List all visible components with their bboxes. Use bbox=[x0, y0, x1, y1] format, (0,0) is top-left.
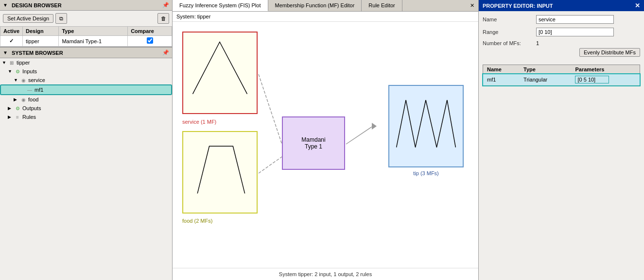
design-type: Mamdani Type-1 bbox=[59, 36, 128, 47]
mf-col-params: Parameters bbox=[571, 65, 640, 74]
range-input[interactable] bbox=[536, 28, 614, 36]
design-table: Active Design Type Compare ✓ tipper Mamd… bbox=[0, 26, 172, 47]
system-browser-title: SYSTEM BROWSER bbox=[12, 50, 63, 56]
tipper-label: tipper bbox=[17, 60, 30, 66]
right-panel: PROPERTY EDITOR: INPUT ✕ Name Range Numb… bbox=[479, 0, 644, 280]
svg-line-1 bbox=[259, 157, 282, 173]
mf-table-container: Name Type Parameters mf1 Triangular bbox=[483, 65, 640, 86]
svg-line-0 bbox=[259, 74, 282, 144]
service-box[interactable] bbox=[182, 32, 258, 114]
property-editor-title: PROPERTY EDITOR: INPUT bbox=[483, 3, 553, 9]
design-browser-header: ▼ DESIGN BROWSER 📌 bbox=[0, 0, 172, 11]
col-compare: Compare bbox=[128, 27, 172, 36]
service-node-icon: ◉ bbox=[20, 77, 27, 83]
svg-marker-3 bbox=[372, 123, 377, 130]
service-expand-icon: ▼ bbox=[14, 78, 18, 82]
left-panel: ▼ DESIGN BROWSER 📌 Set Active Design ⧉ 🗑… bbox=[0, 0, 173, 280]
mf-table: Name Type Parameters mf1 Triangular bbox=[483, 65, 640, 85]
design-browser-collapse-arrow[interactable]: ▼ bbox=[3, 2, 8, 8]
svg-line-2 bbox=[346, 126, 373, 144]
mf1-label: mf1 bbox=[35, 87, 43, 93]
property-editor-close[interactable]: ✕ bbox=[635, 2, 640, 9]
fis-plot: service (1 MF) food (2 MFs) Mamdani Type… bbox=[173, 22, 478, 280]
tree-item-rules[interactable]: ▶ ≡ Rules bbox=[0, 113, 172, 121]
tree-item-service[interactable]: ▼ ◉ service bbox=[0, 76, 172, 84]
system-browser-pin-icon[interactable]: 📌 bbox=[162, 49, 169, 56]
food-box-label: food (2 MFs) bbox=[182, 218, 212, 224]
col-design: Design bbox=[23, 27, 59, 36]
tab-mf-editor[interactable]: Membership Function (MF) Editor bbox=[268, 0, 362, 11]
center-panel: Fuzzy Inference System (FIS) Plot Member… bbox=[173, 0, 479, 280]
num-mfs-value: 1 bbox=[536, 40, 640, 46]
inputs-icon: ⚙ bbox=[14, 68, 21, 75]
tab-rule-editor[interactable]: Rule Editor bbox=[362, 0, 402, 11]
property-editor-header: PROPERTY EDITOR: INPUT ✕ bbox=[479, 0, 644, 11]
mf-type-cell: Triangular bbox=[520, 74, 571, 85]
tab-fis-plot[interactable]: Fuzzy Inference System (FIS) Plot bbox=[173, 0, 268, 11]
food-node-icon: ◉ bbox=[20, 96, 27, 103]
property-editor-body: Name Range Number of MFs: 1 Evenly Distr… bbox=[479, 11, 644, 280]
fis-status: System tipper: 2 input, 1 output, 2 rule… bbox=[173, 268, 478, 280]
tab-bar-close[interactable]: ✕ bbox=[466, 0, 478, 11]
active-check: ✓ bbox=[0, 36, 23, 47]
tip-box[interactable] bbox=[388, 85, 464, 167]
food-expand-icon: ▶ bbox=[14, 97, 18, 102]
tabs-container: Fuzzy Inference System (FIS) Plot Member… bbox=[173, 0, 402, 11]
mf-params-cell[interactable] bbox=[571, 74, 640, 85]
tree-item-mf1[interactable]: — mf1 bbox=[0, 84, 172, 95]
mf-params-input[interactable] bbox=[575, 76, 609, 83]
design-browser-pin-icon[interactable]: 📌 bbox=[162, 2, 169, 8]
mf-name-cell: mf1 bbox=[483, 74, 520, 85]
design-toolbar: Set Active Design ⧉ 🗑 bbox=[0, 11, 172, 26]
mamdani-box[interactable]: Mamdani Type 1 bbox=[282, 116, 345, 170]
rules-expand-icon: ▶ bbox=[8, 115, 13, 119]
mf1-icon: — bbox=[26, 86, 33, 93]
system-browser: ▼ SYSTEM BROWSER 📌 ▼ ⊞ tipper ▼ ⚙ Inputs… bbox=[0, 48, 172, 280]
num-mfs-row: Number of MFs: 1 bbox=[483, 40, 640, 46]
copy-design-button[interactable]: ⧉ bbox=[55, 13, 67, 24]
mamdani-label: Mamdani Type 1 bbox=[301, 136, 325, 150]
mf-col-name: Name bbox=[483, 65, 520, 74]
num-mfs-label: Number of MFs: bbox=[483, 40, 536, 46]
outputs-expand-icon: ▶ bbox=[8, 106, 13, 111]
outputs-icon: ⚙ bbox=[14, 105, 21, 112]
fis-canvas: service (1 MF) food (2 MFs) Mamdani Type… bbox=[173, 22, 478, 268]
compare-checkbox[interactable] bbox=[128, 36, 172, 47]
delete-design-button[interactable]: 🗑 bbox=[157, 13, 169, 24]
mf-table-row[interactable]: mf1 Triangular bbox=[483, 74, 640, 85]
tipper-grid-icon: ⊞ bbox=[8, 59, 15, 66]
tree-item-inputs[interactable]: ▼ ⚙ Inputs bbox=[0, 67, 172, 76]
tab-bar: Fuzzy Inference System (FIS) Plot Member… bbox=[173, 0, 478, 12]
service-label: service bbox=[28, 77, 45, 83]
tip-box-label: tip (3 MFs) bbox=[388, 170, 464, 176]
range-row: Range bbox=[483, 28, 640, 36]
rules-label: Rules bbox=[22, 114, 36, 120]
evenly-distribute-button[interactable]: Evenly Distribute MFs bbox=[579, 48, 640, 57]
service-box-label: service (1 MF) bbox=[182, 119, 216, 125]
tip-mf-svg bbox=[389, 86, 463, 157]
design-name: tipper bbox=[23, 36, 59, 47]
tipper-expand-icon: ▼ bbox=[2, 60, 7, 65]
table-row[interactable]: ✓ tipper Mamdani Type-1 bbox=[0, 36, 172, 47]
mf-col-type: Type bbox=[520, 65, 571, 74]
name-input[interactable] bbox=[536, 15, 614, 24]
copy-icon: ⧉ bbox=[59, 16, 63, 22]
col-type: Type bbox=[59, 27, 128, 36]
col-active: Active bbox=[0, 27, 23, 36]
food-box[interactable] bbox=[182, 131, 258, 214]
trash-icon: 🗑 bbox=[161, 16, 166, 21]
system-label: System: tipper bbox=[173, 12, 478, 22]
tree-item-outputs[interactable]: ▶ ⚙ Outputs bbox=[0, 104, 172, 113]
inputs-label: Inputs bbox=[22, 68, 37, 74]
system-browser-collapse-arrow[interactable]: ▼ bbox=[3, 50, 8, 55]
rules-icon: ≡ bbox=[14, 114, 21, 120]
design-browser-title: DESIGN BROWSER bbox=[12, 2, 62, 8]
food-mf-svg bbox=[183, 132, 257, 203]
set-active-design-button[interactable]: Set Active Design bbox=[3, 14, 53, 23]
system-browser-header: ▼ SYSTEM BROWSER 📌 bbox=[0, 48, 172, 58]
inputs-expand-icon: ▼ bbox=[8, 69, 13, 74]
tree-item-tipper[interactable]: ▼ ⊞ tipper bbox=[0, 58, 172, 67]
tree-item-food[interactable]: ▶ ◉ food bbox=[0, 95, 172, 104]
name-row: Name bbox=[483, 15, 640, 24]
service-mf-svg bbox=[183, 33, 257, 103]
